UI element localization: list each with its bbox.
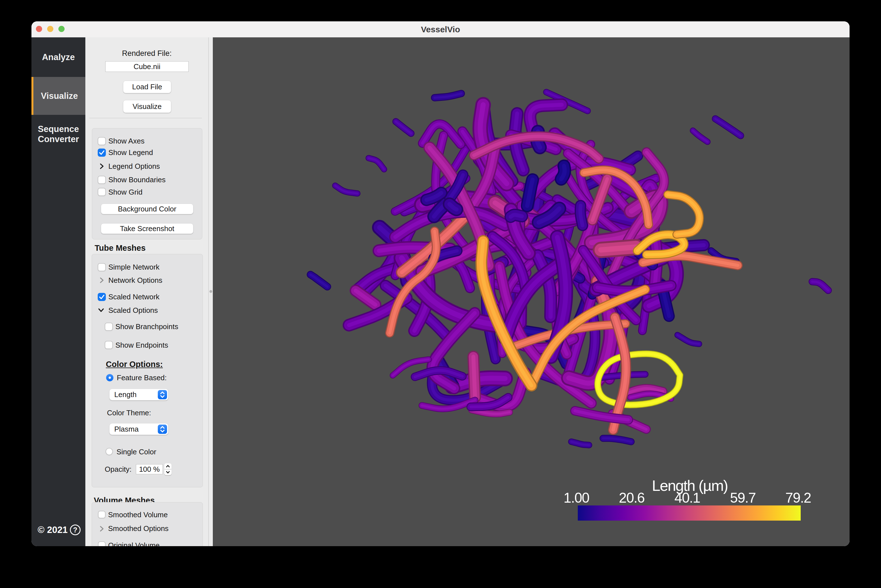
svg-text:20.6: 20.6 [619, 490, 644, 506]
svg-text:40.1: 40.1 [674, 490, 700, 506]
svg-text:79.2: 79.2 [785, 490, 811, 506]
svg-text:1.00: 1.00 [563, 490, 589, 506]
svg-text:59.7: 59.7 [730, 490, 755, 506]
